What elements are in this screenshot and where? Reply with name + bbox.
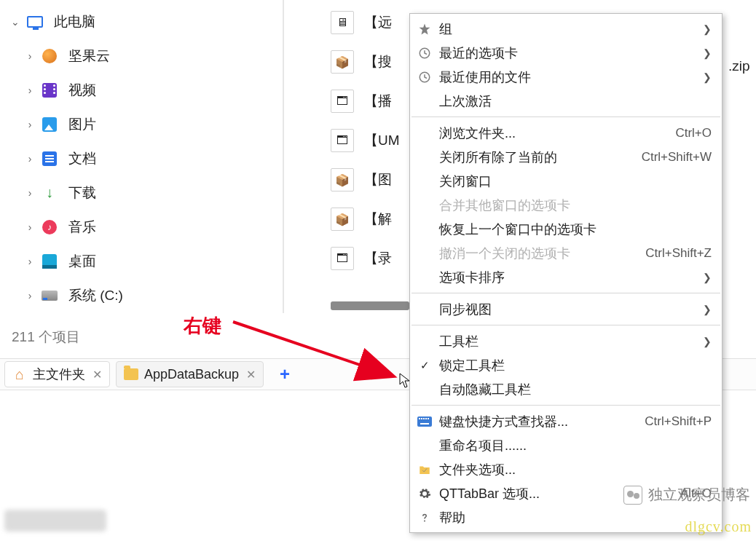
status-item-count: 211 个项目 (12, 328, 80, 347)
archive-icon: 📦 (331, 208, 354, 231)
menu-item-label: 撤消一个关闭的选项卡 (439, 245, 645, 262)
watermark-text: 独立观察员博客 (648, 485, 750, 505)
picture-icon (41, 116, 58, 133)
menu-item: 合并其他窗口的选项卡 (410, 193, 722, 217)
music-icon: ♪ (41, 218, 58, 236)
tree-item-label: 下载 (68, 183, 96, 202)
folder-icon (124, 367, 138, 382)
menu-item-label: 键盘快捷方式查找器... (439, 413, 645, 430)
menu-separator (412, 325, 720, 325)
menu-item[interactable]: 最近使用的文件❯ (410, 65, 722, 89)
menu-item[interactable]: 关闭窗口 (410, 169, 722, 193)
star-icon (416, 20, 433, 38)
tab-home[interactable]: ⌂ 主文件夹 ✕ (4, 361, 110, 387)
tree-item-label: 图片 (68, 115, 96, 134)
menu-item[interactable]: 同步视图❯ (410, 297, 722, 321)
menu-shortcut: Ctrl+Shift+W (642, 150, 712, 165)
menu-icon-spacer (416, 245, 433, 262)
menu-item[interactable]: 最近的选项卡❯ (410, 41, 722, 65)
menu-item[interactable]: 选项卡排序❯ (410, 265, 722, 289)
menu-icon-spacer (416, 333, 433, 350)
menu-item-label: 上次激活 (439, 92, 712, 110)
tree-item-pictures[interactable]: › 图片 (1, 107, 278, 141)
svg-rect-4 (419, 418, 420, 419)
menu-item-label: 工具栏 (439, 333, 697, 350)
menu-icon-spacer (416, 269, 433, 286)
menu-item[interactable]: 自动隐藏工具栏 (410, 377, 722, 401)
tree-item-label: 系统 (C:) (68, 286, 123, 305)
tab-appdatabackup[interactable]: AppDataBackup ✕ (116, 361, 264, 387)
tree-item-documents[interactable]: › 文档 (1, 141, 278, 175)
chevron-right-icon: › (23, 152, 36, 165)
menu-item[interactable]: 浏览文件夹...Ctrl+O (410, 121, 722, 145)
watermark-url: dlgcv.com (685, 518, 752, 535)
file-name: 【播 (364, 92, 392, 111)
menu-item-label: 同步视图 (439, 301, 697, 318)
file-name: 【UM (364, 131, 400, 150)
menu-item-label: 选项卡排序 (439, 269, 697, 286)
submenu-arrow-icon: ❯ (703, 272, 712, 283)
menu-item[interactable]: ✓锁定工具栏 (410, 353, 722, 377)
context-menu: 组❯最近的选项卡❯最近使用的文件❯上次激活浏览文件夹...Ctrl+O关闭所有除… (409, 13, 722, 533)
svg-rect-6 (423, 418, 425, 419)
desktop-icon (41, 253, 58, 270)
menu-icon-spacer (416, 437, 433, 454)
menu-item[interactable]: 组❯ (410, 17, 722, 41)
chevron-right-icon: › (23, 289, 36, 302)
file-name: 【解 (364, 210, 392, 229)
menu-icon-spacer (416, 92, 433, 110)
close-icon[interactable]: ✕ (246, 368, 256, 382)
menu-item-label: 重命名项目...... (439, 437, 712, 454)
check-icon: ✓ (416, 359, 433, 372)
app-icon: 🗔 (331, 90, 354, 113)
menu-item[interactable]: 重命名项目...... (410, 433, 722, 457)
tree-item-jianguoyun[interactable]: › 坚果云 (1, 39, 278, 73)
svg-rect-7 (425, 418, 427, 419)
tree-item-videos[interactable]: › 视频 (1, 73, 278, 107)
menu-item[interactable]: 关闭所有除了当前的Ctrl+Shift+W (410, 145, 722, 169)
menu-item[interactable]: 文件夹选项... (410, 457, 722, 481)
menu-item-label: 帮助 (439, 509, 712, 526)
watermark-blog: 独立观察员博客 (623, 485, 750, 505)
file-ext-fragment: .zip (728, 58, 750, 74)
menu-item-label: 关闭窗口 (439, 173, 712, 190)
horizontal-scrollbar[interactable] (331, 301, 409, 310)
menu-item-label: 最近使用的文件 (439, 68, 697, 86)
acorn-icon (41, 47, 58, 65)
menu-item[interactable]: 恢复上一个窗口中的选项卡 (410, 217, 722, 241)
menu-item[interactable]: 帮助 (410, 505, 722, 529)
clock-icon (416, 68, 433, 86)
svg-rect-8 (428, 418, 429, 419)
tree-item-label: 桌面 (68, 252, 96, 271)
menu-icon-spacer (416, 197, 433, 214)
menu-item-label: 自动隐藏工具栏 (439, 381, 712, 398)
menu-icon-spacer (416, 149, 433, 166)
folderopt-icon (416, 461, 433, 478)
video-icon (41, 82, 58, 99)
menu-icon-spacer (416, 301, 433, 318)
tree-item-desktop[interactable]: › 桌面 (1, 244, 278, 278)
tree-item-downloads[interactable]: › ↓ 下载 (1, 175, 278, 210)
menu-shortcut: Ctrl+O (675, 126, 712, 141)
menu-item-label: 恢复上一个窗口中的选项卡 (439, 221, 712, 238)
menu-icon-spacer (416, 381, 433, 398)
menu-item-label: 最近的选项卡 (439, 44, 697, 62)
menu-item[interactable]: 工具栏❯ (410, 329, 722, 353)
menu-item[interactable]: 键盘快捷方式查找器...Ctrl+Shift+P (410, 409, 722, 433)
menu-separator (412, 293, 720, 293)
tree-item-label: 音乐 (68, 218, 96, 237)
annotation-label: 右键 (184, 313, 221, 339)
tree-item-drive-c[interactable]: › 系统 (C:) (1, 278, 278, 312)
download-icon: ↓ (41, 184, 58, 202)
tree-item-music[interactable]: › ♪ 音乐 (1, 210, 278, 244)
add-tab-button[interactable]: + (274, 363, 296, 386)
menu-item-label: 锁定工具栏 (439, 357, 712, 374)
menu-item[interactable]: 上次激活 (410, 89, 722, 113)
chevron-right-icon: › (23, 50, 36, 63)
tree-root-this-pc[interactable]: ⌄ 此电脑 (1, 4, 278, 39)
menu-separator (412, 405, 720, 406)
chevron-right-icon: › (23, 118, 36, 131)
close-icon[interactable]: ✕ (92, 368, 102, 382)
keyboard-icon (416, 413, 433, 430)
menu-item-label: 浏览文件夹... (439, 125, 675, 142)
